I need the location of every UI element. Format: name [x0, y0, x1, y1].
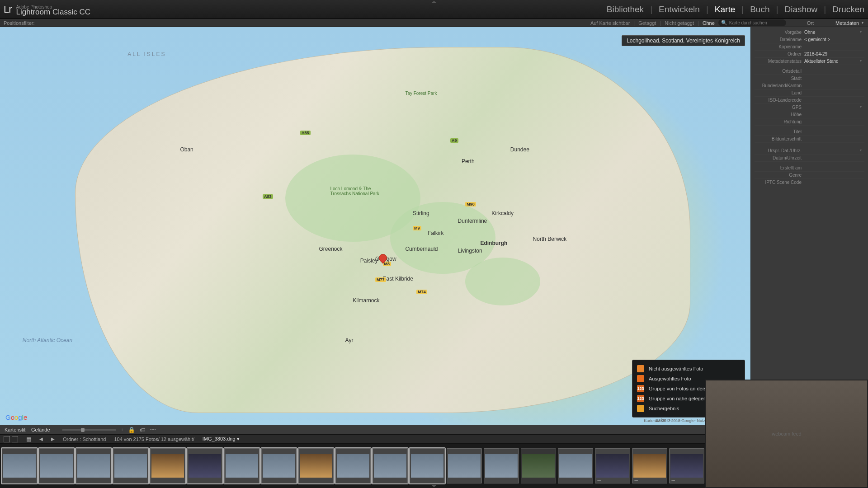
thumbnail[interactable]: [2, 448, 37, 483]
meta-country-value[interactable]: [804, 90, 864, 95]
module-picker: Bibliothek| Entwickeln| Karte| Buch| Dia…: [607, 5, 864, 14]
meta-copyname-value[interactable]: [804, 44, 864, 49]
meta-title-value[interactable]: [804, 129, 864, 134]
city-edinburgh: Edinburgh: [480, 240, 507, 246]
meta-status-value[interactable]: Aktuellster Stand: [804, 59, 860, 64]
road-m9: M9: [413, 226, 421, 230]
app-brand: Adobe Photoshop Lightroom Classic CC: [16, 5, 90, 14]
meta-origin-value[interactable]: [804, 148, 860, 153]
meta-state-value[interactable]: [804, 83, 864, 88]
meta-scene-value[interactable]: [804, 180, 864, 185]
meta-created-value[interactable]: [804, 165, 864, 170]
park-loch-lomond: Loch Lomond & The Trossachs National Par…: [330, 186, 384, 196]
meta-state-key: Bundesland/Kanton: [755, 83, 804, 88]
map-style-value[interactable]: Gelände: [31, 427, 50, 432]
filter-visible-on-map[interactable]: Auf Karte sichtbar: [590, 20, 630, 26]
meta-sublocation-key: Ortsdetail: [755, 69, 804, 74]
view-mode-1[interactable]: [4, 436, 10, 442]
view-mode-2[interactable]: [12, 436, 18, 442]
meta-sublocation-value[interactable]: [804, 69, 864, 74]
metadata-dropdown[interactable]: Metadaten: [835, 20, 859, 26]
filter-none[interactable]: Ohne: [703, 20, 715, 26]
meta-altitude-key: Höhe: [755, 112, 804, 117]
label-all-isles: ALL ISLES: [127, 51, 166, 57]
city-ayr: Ayr: [345, 337, 354, 343]
meta-genre-value[interactable]: [804, 173, 864, 178]
label-north-atlantic: North Atlantic Ocean: [23, 337, 72, 343]
meta-filename-key: Dateiname: [755, 37, 804, 42]
google-logo: Google: [5, 413, 27, 421]
tracklog-icon[interactable]: 〰: [150, 427, 156, 433]
module-print[interactable]: Drucken: [832, 5, 864, 14]
thumbnail[interactable]: [298, 448, 334, 483]
meta-gps-value[interactable]: [804, 105, 860, 110]
thumbnail[interactable]: [76, 448, 111, 483]
thumbnail[interactable]: [373, 448, 408, 483]
meta-direction-value[interactable]: [804, 119, 864, 124]
map-search[interactable]: 🔍: [718, 19, 786, 26]
tag-icon[interactable]: 🏷: [140, 427, 146, 433]
thumbnail[interactable]: [410, 448, 445, 483]
thumbnail[interactable]: [335, 448, 371, 483]
nav-next-icon[interactable]: ▶: [51, 436, 55, 441]
meta-direction-key: Richtung: [755, 119, 804, 124]
panel-toggle-top[interactable]: [431, 1, 437, 3]
road-a85: A85: [300, 131, 311, 135]
meta-altitude-value[interactable]: [804, 112, 864, 117]
source-folder[interactable]: Ordner : Schottland: [63, 436, 106, 442]
grid-icon[interactable]: ▦: [26, 436, 31, 442]
meta-city-value[interactable]: [804, 76, 864, 81]
meta-preset-value[interactable]: Ohne: [804, 30, 860, 35]
meta-datetime-value[interactable]: [804, 155, 864, 160]
thumbnail[interactable]: ••••: [595, 448, 630, 483]
location-field-label[interactable]: Ort: [807, 20, 814, 26]
city-paisley: Paisley: [360, 258, 378, 264]
meta-iso-value[interactable]: [804, 98, 864, 103]
filter-tagged[interactable]: Getaggt: [638, 20, 656, 26]
chevron-down-icon[interactable]: ▼: [861, 21, 864, 25]
module-develop[interactable]: Entwickeln: [659, 5, 700, 14]
map-search-input[interactable]: [729, 20, 783, 25]
lock-icon[interactable]: 🔒: [128, 427, 135, 433]
map-style-label: Kartenstil:: [5, 427, 27, 432]
meta-caption-key: Bildunterschrift: [755, 136, 804, 141]
filter-label: Positionsfilter:: [4, 20, 34, 26]
thumbnail[interactable]: [150, 448, 185, 483]
meta-filename-value[interactable]: < gemischt >: [804, 37, 864, 42]
thumbnail[interactable]: [447, 448, 482, 483]
module-slideshow[interactable]: Diashow: [784, 5, 817, 14]
map-viewport[interactable]: Glasgow Edinburgh Dundee Perth Stirling …: [0, 27, 750, 425]
thumbnail[interactable]: [224, 448, 259, 483]
legend-search-result: Suchergebnis: [649, 406, 679, 411]
city-kilmarnock: Kilmarnock: [353, 297, 379, 304]
thumbnail[interactable]: [558, 448, 593, 483]
search-icon: 🔍: [721, 20, 727, 26]
module-book[interactable]: Buch: [750, 5, 769, 14]
thumbnail[interactable]: ••••: [669, 448, 704, 483]
thumbnail[interactable]: [521, 448, 556, 483]
city-greenock: Greenock: [319, 246, 343, 252]
meta-caption-value[interactable]: [804, 136, 864, 141]
location-filter-bar: Positionsfilter: Auf Karte sichtbar| Get…: [0, 19, 868, 27]
meta-folder-value[interactable]: 2018-04-29: [804, 52, 864, 56]
filter-untagged[interactable]: Nicht getaggt: [665, 20, 694, 26]
zoom-slider[interactable]: [62, 429, 116, 431]
module-library[interactable]: Bibliothek: [607, 5, 644, 14]
thumbnail[interactable]: ••••: [632, 448, 667, 483]
thumbnail[interactable]: [484, 448, 519, 483]
panel-toggle-bottom[interactable]: [431, 485, 437, 487]
metadata-panel: VorgabeOhne▾ Dateiname< gemischt > Kopie…: [750, 27, 868, 425]
webcam-overlay: webcam feed: [705, 380, 868, 488]
meta-datetime-key: Datum/Uhrzeit: [755, 155, 804, 160]
thumbnail[interactable]: [113, 448, 148, 483]
thumbnail[interactable]: [187, 448, 222, 483]
meta-folder-key: Ordner: [755, 52, 804, 56]
map-location-marker[interactable]: [379, 254, 387, 264]
city-oban: Oban: [180, 146, 193, 153]
module-map[interactable]: Karte: [715, 5, 735, 14]
legend-group-near: Gruppe von nahe gelegen: [649, 396, 706, 401]
nav-prev-icon[interactable]: ◀: [39, 436, 43, 441]
current-file[interactable]: IMG_3803.dng ▾: [203, 436, 240, 442]
thumbnail[interactable]: [39, 448, 74, 483]
thumbnail[interactable]: [261, 448, 297, 483]
